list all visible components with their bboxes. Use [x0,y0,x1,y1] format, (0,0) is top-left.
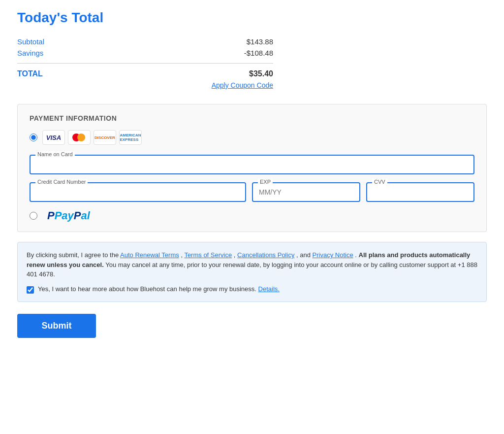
terms-section: By clicking submit, I agree to the Auto … [17,242,487,302]
card-details-row: Credit Card Number EXP CVV [30,182,474,202]
visa-icon: VISA [42,130,65,145]
terms-text-before: By clicking submit, I agree to the [27,251,120,259]
coupon-row: Apply Coupon Code [17,81,273,89]
payment-section: PAYMENT INFORMATION VISA DISCOVER AMERIC… [17,104,487,232]
total-row: TOTAL $35.40 [17,69,273,78]
terms-of-service-link[interactable]: Terms of Service [184,251,232,259]
page-title: Today's Total [17,10,487,26]
paypal-option: PPayPal [30,210,474,222]
terms-text: By clicking submit, I agree to the Auto … [27,250,477,279]
amex-icon: AMERICANEXPRESS [119,130,142,145]
credit-card-option: VISA DISCOVER AMERICANEXPRESS [30,130,474,145]
savings-row: Savings -$108.48 [17,49,273,57]
terms-comma2: , [234,251,237,259]
summary-section: Subtotal $143.88 Savings -$108.48 [17,37,273,57]
cvv-input[interactable] [367,183,473,201]
subtotal-row: Subtotal $143.88 [17,37,273,46]
auto-renewal-link[interactable]: Auto Renewal Terms [120,251,179,259]
payment-section-title: PAYMENT INFORMATION [30,114,474,122]
total-value: $35.40 [249,69,273,78]
subtotal-label: Subtotal [17,37,44,46]
cvv-wrapper: CVV [366,182,474,202]
paypal-radio[interactable] [30,212,37,220]
card-number-group: Credit Card Number [30,182,246,202]
card-number-input[interactable] [31,183,245,201]
subtotal-value: $143.88 [247,37,273,46]
name-on-card-label: Name on Card [35,151,75,157]
discover-icon: DISCOVER [94,130,116,145]
marketing-checkbox-label: Yes, I want to hear more about how Blueh… [38,285,280,293]
marketing-checkbox-row: Yes, I want to hear more about how Blueh… [27,285,477,294]
total-label: TOTAL [17,69,43,78]
exp-label: EXP [258,179,273,185]
terms-period: . [355,251,358,259]
credit-card-radio[interactable] [30,134,37,141]
card-number-wrapper: Credit Card Number [30,182,246,202]
details-link[interactable]: Details. [258,285,280,293]
savings-label: Savings [17,49,43,57]
exp-group: EXP [252,182,360,202]
card-number-label: Credit Card Number [35,179,88,185]
privacy-notice-link[interactable]: Privacy Notice [313,251,353,259]
terms-and: , and [296,251,313,259]
paypal-logo: PPayPal [47,210,90,222]
exp-input[interactable] [253,183,359,201]
summary-divider [17,63,273,64]
cvv-label: CVV [372,179,387,185]
name-on-card-group: Name on Card [30,155,474,174]
exp-wrapper: EXP [252,182,360,202]
mastercard-icon [68,130,91,145]
card-icons: VISA DISCOVER AMERICANEXPRESS [42,130,142,145]
name-on-card-wrapper: Name on Card [30,155,474,174]
cvv-group: CVV [366,182,474,202]
submit-button[interactable]: Submit [17,314,96,338]
name-on-card-input[interactable] [31,156,473,173]
apply-coupon-link[interactable]: Apply Coupon Code [212,81,273,89]
marketing-checkbox[interactable] [27,286,34,294]
savings-value: -$108.48 [244,49,273,57]
cancellations-policy-link[interactable]: Cancellations Policy [237,251,294,259]
